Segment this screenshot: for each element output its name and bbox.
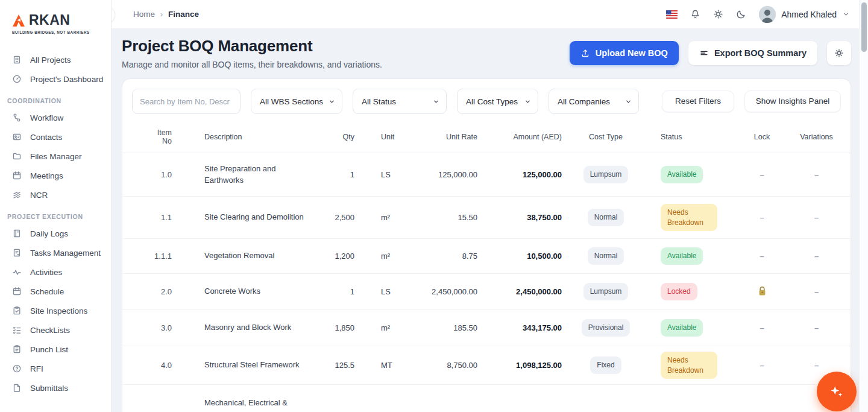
col-lock: Lock	[732, 133, 792, 141]
sidebar-item-activities[interactable]: Activities	[0, 262, 111, 282]
cell-qty: 125.5	[322, 361, 365, 370]
folder-icon	[12, 151, 22, 161]
brand-logo[interactable]: RKAN BUILDING BRIDGES, NOT BARRIERS	[0, 0, 111, 34]
language-flag-button[interactable]	[666, 10, 678, 19]
document-icon	[12, 383, 22, 393]
sidebar-section-coordination: COORDINATION	[0, 89, 111, 108]
sidebar: RKAN BUILDING BRIDGES, NOT BARRIERS All …	[0, 0, 112, 412]
sidebar-section-project-execution: PROJECT EXECUTION	[0, 204, 111, 224]
table-row[interactable]: 1.1.1 Vegetation Removal 1,200 m² 8.75 1…	[122, 239, 851, 274]
reset-filters-button[interactable]: Reset Filters	[662, 90, 734, 113]
brand-mark-icon	[11, 13, 27, 28]
cell-status: Needs Breakdown	[643, 204, 732, 230]
ai-assistant-fab[interactable]	[817, 372, 857, 411]
table-row[interactable]: Mechanical, Electrical &	[122, 385, 851, 412]
user-menu[interactable]: Ahmed Khaled	[759, 6, 850, 23]
settings-button[interactable]	[713, 9, 723, 19]
sidebar-item-tasks-management[interactable]: Tasks Management	[0, 243, 111, 262]
cell-qty: 1,200	[322, 252, 365, 261]
sidebar-item-files-manager[interactable]: Files Manager	[0, 147, 111, 166]
show-insights-panel-button[interactable]: Show Insights Panel	[744, 90, 841, 113]
page-scrollbar[interactable]	[859, 0, 868, 412]
cost-types-select[interactable]: All Cost Types	[457, 89, 538, 114]
gear-icon	[834, 48, 844, 58]
notifications-button[interactable]	[690, 9, 700, 19]
sidebar-item-site-inspections[interactable]: Site Inspections	[0, 301, 111, 320]
col-description: Description	[186, 132, 322, 142]
sidebar-nav: All Projects Project's Dashboard COORDIN…	[0, 50, 111, 398]
cell-amount: 38,750.00	[485, 213, 569, 222]
breadcrumb-home[interactable]: Home	[133, 10, 155, 19]
table-header: Item No Description Qty Unit Unit Rate A…	[122, 122, 851, 153]
search-input[interactable]	[132, 89, 241, 114]
sidebar-item-all-projects[interactable]: All Projects	[0, 50, 111, 69]
cell-unit: LS	[365, 170, 407, 179]
workflow-icon	[12, 113, 22, 122]
col-qty: Qty	[322, 133, 365, 141]
wbs-sections-select[interactable]: All WBS Sections	[251, 89, 342, 114]
cell-qty: 1,850	[322, 323, 365, 332]
sidebar-item-contacts[interactable]: Contacts	[0, 127, 111, 147]
sidebar-item-checklists[interactable]: CheckLists	[0, 320, 111, 340]
page-subtitle: Manage and monitor all BOQ items, their …	[122, 60, 382, 69]
cell-unit-rate: 15.50	[407, 213, 485, 222]
sidebar-item-daily-logs[interactable]: Daily Logs	[0, 224, 111, 243]
export-boq-summary-button[interactable]: Export BOQ Summary	[688, 41, 817, 65]
status-badge: Needs Breakdown	[661, 204, 717, 230]
table-row[interactable]: 3.0 Masonry and Block Work 1,850 m² 185.…	[122, 310, 851, 346]
col-unit: Unit	[365, 133, 407, 141]
cell-cost-type: Normal	[569, 209, 643, 226]
cost-type-badge: Provisional	[582, 319, 631, 336]
notebook-icon	[12, 229, 22, 238]
sidebar-item-projects-dashboard[interactable]: Project's Dashboard	[0, 69, 111, 89]
topbar: Home › Finance	[112, 0, 868, 29]
cell-description: Mechanical, Electrical &	[186, 398, 322, 409]
lock-icon	[758, 286, 767, 296]
cell-amount: 125,000.00	[485, 170, 569, 179]
cell-variations: –	[792, 287, 841, 296]
upload-new-boq-button[interactable]: Upload New BOQ	[570, 41, 679, 65]
cell-cost-type: Normal	[569, 247, 643, 264]
cell-amount: 343,175.00	[485, 323, 569, 332]
sidebar-item-workflow[interactable]: Workflow	[0, 108, 111, 127]
cell-variations: –	[792, 213, 841, 222]
cell-description: Site Preparation and Earthworks	[186, 163, 322, 186]
cell-unit: m²	[365, 252, 407, 261]
cell-cost-type: Fixed	[569, 357, 643, 373]
col-unit-rate: Unit Rate	[407, 133, 485, 141]
person-icon	[759, 6, 776, 23]
dark-mode-toggle[interactable]	[736, 9, 746, 19]
chevron-down-icon	[524, 98, 532, 106]
cost-type-badge: Normal	[588, 209, 624, 226]
chevron-down-icon	[624, 98, 632, 106]
sidebar-item-meetings[interactable]: Meetings	[0, 166, 111, 185]
sidebar-item-rfi[interactable]: RFI	[0, 359, 111, 378]
task-icon	[12, 248, 22, 258]
cell-unit-rate: 2,450,000.00	[407, 287, 485, 296]
page-title: Project BOQ Management	[122, 37, 382, 55]
sidebar-item-punch-list[interactable]: Punch List	[0, 340, 111, 359]
moon-icon	[736, 9, 746, 19]
companies-select[interactable]: All Companies	[549, 89, 639, 114]
table-row[interactable]: 2.0 Concrete Works 1 LS 2,450,000.00 2,4…	[122, 274, 851, 310]
building-icon	[12, 55, 22, 65]
col-status: Status	[643, 133, 732, 141]
cell-variations: –	[792, 361, 841, 370]
id-card-icon	[12, 132, 22, 142]
table-settings-button[interactable]	[827, 41, 851, 65]
cell-item-no: 4.0	[132, 361, 186, 370]
cell-description: Concrete Works	[186, 286, 322, 297]
table-row[interactable]: 4.0 Structural Steel Framework 125.5 MT …	[122, 346, 851, 385]
status-select[interactable]: All Status	[353, 89, 447, 114]
sidebar-item-schedule[interactable]: Schedule	[0, 282, 111, 301]
scrollbar-thumb[interactable]	[861, 2, 867, 52]
table-row[interactable]: 1.0 Site Preparation and Earthworks 1 LS…	[122, 153, 851, 197]
sidebar-item-ncr[interactable]: NCR	[0, 185, 111, 204]
col-variations: Variations	[792, 133, 841, 141]
breadcrumb-current: Finance	[168, 10, 199, 19]
table-row[interactable]: 1.1 Site Clearing and Demolition 2,500 m…	[122, 197, 851, 239]
boq-table-card: All WBS Sections All Status All Cost Typ…	[122, 78, 851, 412]
cell-unit-rate: 8.75	[407, 252, 485, 261]
cell-lock: –	[732, 252, 792, 261]
sidebar-item-submittals[interactable]: Submittals	[0, 378, 111, 398]
